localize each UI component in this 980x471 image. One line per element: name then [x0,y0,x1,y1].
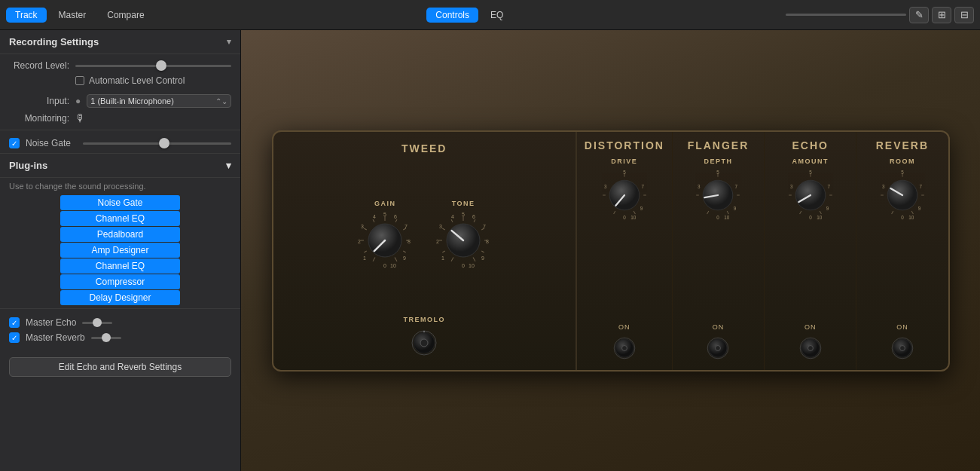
record-level-thumb[interactable] [156,60,166,71]
input-row: Input: ● 1 (Built-in Microphone) ⌃⌄ [0,92,240,110]
plugin-delay-designer[interactable]: Delay Designer [60,290,180,305]
input-select-arrows: ⌃⌄ [215,97,227,106]
divider-1 [0,130,240,130]
distortion-on-label: ON [618,323,630,331]
noise-gate-label: Noise Gate [26,138,71,148]
master-echo-checkbox[interactable]: ✓ [9,317,20,328]
plugin-channel-eq-2[interactable]: Channel EQ [60,258,180,274]
plugins-list: Noise Gate Channel EQ Pedalboard Amp Des… [0,195,240,305]
distortion-on-switch[interactable] [610,334,639,362]
svg-point-99 [808,345,813,350]
tab-controls[interactable]: Controls [426,8,478,23]
record-level-row: Record Level: [0,54,240,74]
depth-knob-group: DEPTH [691,158,745,222]
tone-knob[interactable]: 0 1 2 3 4 5 6 7 8 9 10 [433,210,493,271]
tab-compare[interactable]: Compare [98,8,153,23]
tweed-section: TWEED GAIN [273,132,577,370]
plugins-title: Plug-ins [9,160,47,171]
pencil-icon: ✎ [915,9,924,20]
tab-track[interactable]: Track [6,8,47,23]
svg-line-30 [474,219,475,222]
amp-background: TWEED GAIN [241,30,980,471]
monitoring-row: Monitoring: 🎙 [0,110,240,127]
svg-text:0: 0 [901,215,904,220]
echo-on-label: ON [804,323,817,331]
depth-knob[interactable]: 0 3 5 7 9 10 [691,168,745,222]
echo-title: ECHO [792,139,828,151]
amount-knob[interactable]: 0 3 5 7 9 10 [783,168,838,222]
tab-eq[interactable]: EQ [481,8,512,23]
drive-label: DRIVE [611,158,637,165]
svg-text:5: 5 [809,170,812,175]
echo-on-switch[interactable] [796,334,825,362]
gain-knob[interactable]: 0 1 2 3 4 5 6 7 8 9 10 [355,210,415,271]
tab-master[interactable]: Master [50,8,96,23]
svg-text:0: 0 [383,263,386,268]
recording-settings-header[interactable]: Recording Settings ▾ [0,30,240,54]
svg-text:0: 0 [623,215,626,220]
svg-line-104 [911,211,913,214]
plugin-amp-designer[interactable]: Amp Designer [60,243,180,258]
edit-echo-reverb-button[interactable]: Edit Echo and Reverb Settings [9,357,231,377]
distortion-on-col: ON [610,320,639,362]
drive-knob[interactable]: 0 3 5 7 9 10 [597,168,652,222]
tremolo-knob[interactable] [408,326,441,359]
svg-text:3: 3 [698,184,701,189]
svg-text:10: 10 [725,215,731,220]
master-reverb-thumb[interactable] [102,333,111,342]
plugin-noise-gate[interactable]: Noise Gate [60,195,180,210]
plugins-header[interactable]: Plug-ins ▾ [0,153,240,178]
master-echo-thumb[interactable] [93,318,102,327]
room-knob[interactable]: 0 3 5 7 9 10 [875,168,930,222]
plugin-channel-eq-1[interactable]: Channel EQ [60,211,180,226]
svg-text:0: 0 [462,263,465,268]
toolbar-slider[interactable] [786,14,906,16]
svg-text:3: 3 [790,184,793,189]
record-level-slider[interactable] [75,65,231,67]
reverb-on-switch[interactable] [888,334,917,362]
noise-gate-slider[interactable] [83,142,231,145]
svg-point-115 [899,345,905,350]
input-select[interactable]: 1 (Built-in Microphone) ⌃⌄ [87,94,231,108]
svg-text:5: 5 [383,212,386,217]
reverb-col: REVERB ROOM [856,132,948,370]
flanger-on-switch[interactable] [704,334,732,362]
input-circle-icon: ● [75,96,81,106]
piano-icon-btn[interactable]: ⊞ [932,7,951,23]
pencil-icon-btn[interactable]: ✎ [909,7,929,23]
recording-settings-title: Recording Settings [9,36,99,47]
flanger-on-col: ON [704,320,732,362]
master-echo-slider[interactable] [82,322,112,324]
svg-text:6: 6 [472,214,475,219]
plugins-description: Use to change the sound processing. [0,178,240,195]
svg-text:10: 10 [630,215,637,220]
svg-line-52 [613,211,615,214]
distortion-col: DISTORTION DRIVE [577,132,673,370]
gain-label: GAIN [374,200,396,207]
svg-text:7: 7 [405,224,408,229]
svg-text:9: 9 [481,255,484,261]
plugin-pedalboard[interactable]: Pedalboard [60,227,180,242]
amp-panel: TWEED GAIN [272,130,950,372]
auto-level-row: Automatic Level Control [0,74,240,92]
noise-gate-checkbox[interactable]: ✓ [9,138,20,148]
svg-text:2: 2 [436,239,439,244]
noise-gate-thumb[interactable] [159,138,169,148]
auto-level-checkbox[interactable] [75,76,84,85]
svg-line-10 [395,257,397,261]
svg-text:9: 9 [640,205,643,210]
svg-text:3: 3 [439,224,442,229]
svg-point-67 [621,345,627,350]
tremolo-group: TREMOLO [403,316,445,359]
master-reverb-checkbox[interactable]: ✓ [9,332,20,343]
svg-line-24 [451,257,453,261]
plugin-compressor[interactable]: Compressor [60,274,180,289]
echo-col: ECHO AMOUNT [765,132,856,370]
plugins-section: Plug-ins ▾ Use to change the sound proce… [0,153,240,308]
guitar-icon-btn[interactable]: ⊟ [954,7,974,23]
svg-line-33 [481,251,484,252]
master-reverb-slider[interactable] [91,337,121,339]
svg-line-1 [364,251,366,252]
plugins-chevron: ▾ [226,160,231,171]
reverb-on-col: ON [888,320,917,362]
